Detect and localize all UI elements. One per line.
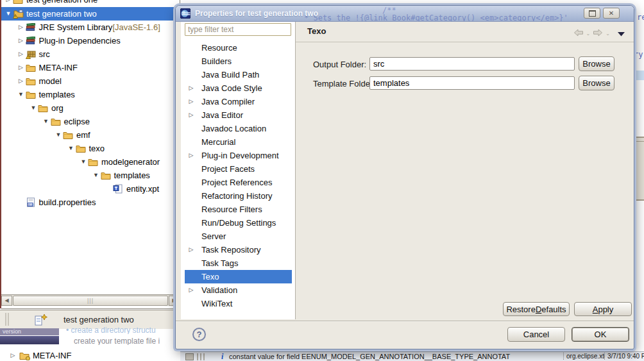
collapsed-arrow-icon[interactable]: ▷ — [185, 95, 196, 108]
back-dropdown-icon[interactable]: ⌄ — [586, 31, 591, 37]
restore-defaults-button[interactable]: Restore Defaults — [503, 302, 570, 316]
scroll-left-button[interactable]: ◀ — [1, 296, 12, 306]
bottom-panel-project-name: test generation two — [64, 315, 134, 324]
category-item-label: Java Editor — [201, 110, 243, 120]
category-item-label: Project References — [201, 178, 273, 187]
collapsed-arrow-icon[interactable]: ▷ — [185, 108, 196, 122]
filter-input[interactable] — [185, 23, 291, 36]
category-item-plug-in-development[interactable]: ▷Plug-in Development — [185, 149, 292, 162]
tree-item-test-generation-one[interactable]: ▷test generation one — [1, 0, 180, 6]
category-item-label: Java Compiler — [201, 97, 255, 106]
apply-button[interactable]: Apply — [574, 302, 632, 316]
collapsed-arrow-icon[interactable]: ▷ — [17, 47, 26, 61]
collapsed-arrow-icon[interactable]: ▷ — [185, 243, 196, 256]
category-item-builders[interactable]: Builders — [185, 55, 292, 68]
collapsed-arrow-icon[interactable]: ▷ — [17, 34, 26, 47]
window-close-button[interactable]: ✕ — [603, 8, 620, 19]
editor-text-fragment: ry — [634, 50, 643, 59]
collapsed-arrow-icon[interactable]: ▷ — [6, 349, 19, 361]
window-restore-button[interactable] — [584, 8, 600, 19]
view-menu-icon[interactable] — [618, 28, 625, 39]
expanded-arrow-icon[interactable]: ▼ — [17, 88, 26, 101]
tree-item-label: org — [49, 103, 64, 113]
output-folder-browse-button[interactable]: Browse — [579, 56, 614, 71]
tree-item-emf[interactable]: ▼emf — [1, 128, 180, 142]
expanded-arrow-icon[interactable]: ▼ — [92, 169, 101, 182]
page-navigation: ⌄ ⌄ — [573, 28, 625, 39]
tree-item-templates[interactable]: ▼templates — [1, 88, 180, 101]
tree-item-label: JRE System Library — [37, 22, 113, 32]
tree-item-label: templates — [112, 171, 150, 180]
back-arrow-icon[interactable] — [573, 28, 584, 39]
tree-item-texo[interactable]: ▼texo — [1, 142, 180, 155]
scrollbar-thumb[interactable]: ||| — [13, 296, 168, 306]
category-item-java-compiler[interactable]: ▷Java Compiler — [185, 95, 292, 108]
collapsed-arrow-icon[interactable]: ▷ — [185, 81, 196, 95]
tree-item-decoration: [JavaSE-1.6] — [112, 22, 160, 32]
tree-item-modelgenerator[interactable]: ▼modelgenerator — [1, 155, 180, 169]
tree-item-entity-xpt[interactable]: entity.xpt — [1, 182, 180, 196]
forward-arrow-icon[interactable] — [593, 28, 603, 39]
output-folder-input[interactable] — [369, 57, 575, 71]
template-folder-input[interactable] — [369, 76, 575, 90]
collapsed-arrow-icon[interactable]: ▷ — [17, 61, 26, 74]
category-item-project-references[interactable]: Project References — [185, 176, 292, 189]
expanded-arrow-icon[interactable]: ▼ — [42, 115, 51, 128]
category-item-task-tags[interactable]: Task Tags — [185, 256, 292, 270]
svg-text:010: 010 — [28, 203, 34, 206]
category-item-java-code-style[interactable]: ▷Java Code Style — [185, 81, 292, 95]
tree-item-org[interactable]: ▼org — [1, 101, 180, 115]
folder-icon — [101, 171, 112, 180]
category-item-server[interactable]: Server — [185, 230, 292, 243]
category-item-texo[interactable]: Texo — [185, 270, 292, 283]
background-tree-item-meta-inf[interactable]: ▷ META-INF — [6, 349, 71, 361]
category-item-refactoring-history[interactable]: Refactoring History — [185, 189, 292, 203]
expanded-arrow-icon[interactable]: ▼ — [54, 128, 63, 142]
template-file-icon — [113, 184, 124, 194]
category-item-mercurial[interactable]: Mercurial — [185, 135, 292, 149]
category-item-run-debug-settings[interactable]: Run/Debug Settings — [185, 216, 292, 230]
template-folder-browse-button[interactable]: Browse — [579, 76, 614, 90]
tree-item-meta-inf[interactable]: ▷META-INF — [1, 61, 180, 74]
forward-dropdown-icon[interactable]: ⌄ — [606, 31, 610, 37]
expanded-arrow-icon[interactable]: ▼ — [79, 155, 88, 169]
category-item-label: Server — [201, 231, 226, 241]
category-item-project-facets[interactable]: Project Facets — [185, 162, 292, 176]
category-item-resource[interactable]: Resource — [185, 41, 292, 55]
category-item-task-repository[interactable]: ▷Task Repository — [185, 243, 292, 256]
collapsed-arrow-icon[interactable]: ▷ — [185, 283, 196, 297]
tree-item-model[interactable]: ▷model — [1, 74, 180, 88]
status-plugin-column: org.eclipse.xten — [563, 353, 605, 360]
ok-button[interactable]: OK — [572, 327, 629, 342]
category-item-javadoc-location[interactable]: Javadoc Location — [185, 122, 292, 135]
folder-icon — [26, 77, 37, 85]
dialog-titlebar[interactable]: /** * Sets the !{@link Book#getCategory(… — [176, 6, 634, 22]
tree-item-src[interactable]: ▷src — [1, 47, 180, 61]
tree-item-eclipse[interactable]: ▼eclipse — [1, 115, 180, 128]
cheatsheet-line-2: create your template file i — [74, 337, 180, 345]
category-item-java-build-path[interactable]: Java Build Path — [185, 68, 292, 81]
help-button[interactable]: ? — [192, 328, 206, 341]
collapsed-arrow-icon[interactable]: ▷ — [17, 74, 26, 88]
tree-item-build-properties[interactable]: 010build.properties — [1, 196, 180, 209]
expanded-arrow-icon[interactable]: ▼ — [29, 101, 38, 115]
editor-ghost-code: * Sets the !{@link Book#getCategory() <e… — [304, 13, 568, 22]
tree-item-test-generation-two[interactable]: ▼test generation two — [1, 7, 180, 21]
collapsed-arrow-icon[interactable]: ▷ — [185, 149, 196, 162]
tree-item-label: test generation one — [24, 0, 97, 4]
category-item-wikitext[interactable]: WikiText — [185, 297, 292, 310]
collapsed-arrow-icon[interactable]: ▷ — [4, 0, 13, 6]
panel-separator — [295, 22, 296, 319]
cancel-button[interactable]: Cancel — [507, 327, 565, 342]
tree-item-plug-in-dependencies[interactable]: ▷Plug-in Dependencies — [1, 34, 180, 47]
collapsed-arrow-icon[interactable]: ▷ — [17, 21, 26, 34]
category-item-java-editor[interactable]: ▷Java Editor — [185, 108, 292, 122]
close-icon: ✕ — [609, 10, 614, 17]
horizontal-scrollbar[interactable]: ◀ ||| ▶ — [1, 294, 180, 306]
category-item-resource-filters[interactable]: Resource Filters — [185, 203, 292, 216]
category-item-validation[interactable]: ▷Validation — [185, 283, 292, 297]
tree-item-templates[interactable]: ▼templates — [1, 169, 180, 182]
expanded-arrow-icon[interactable]: ▼ — [4, 7, 13, 21]
tree-item-jre-system-library[interactable]: ▷JRE System Library [JavaSE-1.6] — [1, 21, 180, 34]
expanded-arrow-icon[interactable]: ▼ — [67, 142, 76, 155]
